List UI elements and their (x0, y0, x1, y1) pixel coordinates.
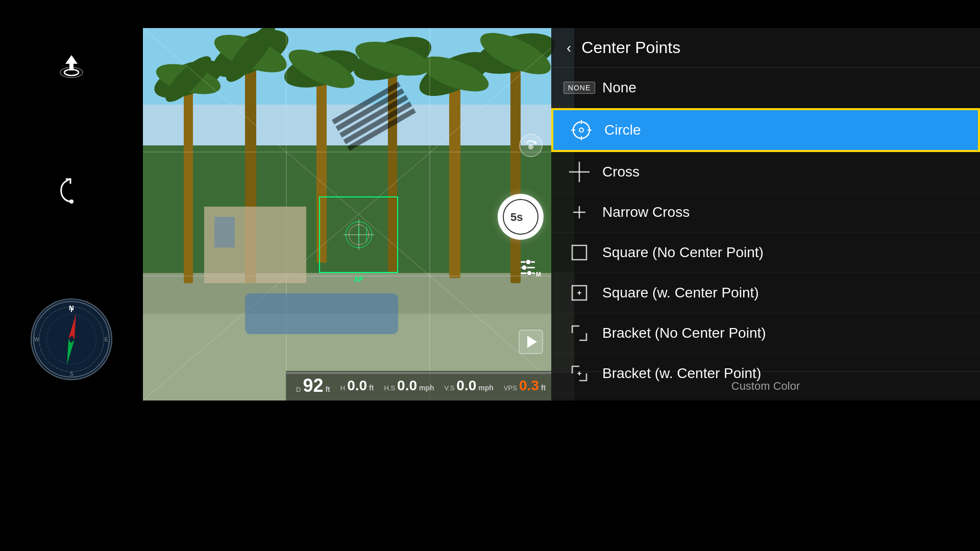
svg-rect-10 (510, 54, 521, 283)
record-button[interactable]: 5s (498, 194, 544, 240)
return-home-icon (56, 176, 87, 207)
svg-point-74 (528, 144, 533, 149)
play-icon (518, 329, 544, 355)
cross-icon (568, 161, 591, 183)
panel-header: ‹ Center Points (551, 28, 980, 68)
compass: N S W E (31, 298, 112, 380)
crosshair-vertical (358, 219, 359, 250)
play-button[interactable] (518, 329, 544, 355)
hud-distance: D 92 ft (296, 375, 330, 396)
af-tracking-box: AF (319, 196, 398, 273)
vps-unit: ft (541, 384, 546, 392)
svg-text:5s: 5s (510, 211, 523, 223)
menu-item-square-with-center[interactable]: Square (w. Center Point) (551, 273, 980, 313)
hud-overlay: D 92 ft H 0.0 ft H.S 0.0 mph V.S 0.0 mph… (286, 371, 574, 400)
hs-label: H.S (384, 384, 395, 392)
bracket-no-center-icon (568, 322, 591, 344)
narrow-cross-icon (568, 201, 591, 223)
vps-value: 0.3 (519, 378, 539, 394)
svg-point-60 (34, 302, 109, 377)
vs-value: 0.0 (456, 378, 476, 394)
svg-text:W: W (34, 336, 40, 342)
custom-color-label: Custom Color (731, 380, 800, 392)
record-button-inner: 5s (503, 199, 538, 235)
distance-unit: ft (325, 385, 330, 393)
menu-item-circle[interactable]: Circle (551, 108, 980, 152)
none-label: None (602, 80, 636, 96)
svg-rect-9 (449, 74, 460, 278)
left-controls: N S W E (0, 28, 143, 400)
bottom-bar (0, 400, 980, 551)
vs-label: V.S (445, 384, 455, 392)
back-button[interactable]: ‹ (567, 40, 571, 56)
hs-unit: mph (419, 384, 434, 392)
camera-rotate-icon (518, 133, 544, 158)
hud-hs: H.S 0.0 mph (384, 378, 434, 394)
circle-label: Circle (604, 122, 641, 138)
svg-point-80 (527, 271, 532, 276)
center-circle (349, 224, 369, 245)
cross-icon-container (567, 159, 592, 185)
camera-rotate-button[interactable] (518, 133, 544, 158)
top-bar (0, 0, 980, 28)
menu-item-bracket-no-center[interactable]: Bracket (No Center Point) (551, 313, 980, 354)
hud-vs: V.S 0.0 mph (445, 378, 494, 394)
distance-value: 92 (303, 375, 323, 396)
svg-point-78 (526, 260, 531, 265)
square-no-center-icon (568, 241, 591, 264)
square-center-icon (568, 282, 591, 304)
svg-marker-55 (65, 55, 78, 64)
narrow-cross-label: Narrow Cross (602, 204, 690, 220)
hud-height: H 0.0 ft (340, 378, 374, 394)
menu-item-none[interactable]: NONE None (551, 68, 980, 108)
bracket-no-center-label: Bracket (No Center Point) (602, 325, 766, 341)
menu-item-cross[interactable]: Cross (551, 152, 980, 192)
upload-button[interactable] (54, 48, 89, 84)
none-badge: NONE (564, 82, 595, 94)
square-center-icon-container (567, 280, 592, 306)
none-icon-container: NONE (567, 75, 592, 101)
circle-crosshair-icon (570, 119, 593, 141)
vps-label: VPS (504, 384, 517, 392)
record-icon: 5s (508, 207, 533, 227)
svg-text:E: E (105, 336, 108, 342)
square-no-center-icon-container (567, 240, 592, 265)
narrow-cross-icon-container (567, 199, 592, 225)
square-no-center-label: Square (No Center Point) (602, 244, 764, 261)
settings-icon: M (518, 255, 544, 281)
height-label: H (340, 384, 345, 392)
circle-icon-container (569, 117, 594, 143)
compass-svg: N S W E (32, 298, 111, 380)
menu-item-square-no-center[interactable]: Square (No Center Point) (551, 233, 980, 273)
settings-button[interactable]: M (518, 255, 544, 281)
svg-text:M: M (536, 271, 541, 278)
height-unit: ft (369, 384, 374, 392)
upload-icon (56, 51, 87, 82)
center-points-panel: ‹ Center Points NONE None Circ (551, 28, 980, 400)
svg-point-79 (522, 265, 527, 270)
menu-item-narrow-cross[interactable]: Narrow Cross (551, 192, 980, 233)
svg-point-39 (573, 122, 590, 138)
svg-text:S: S (69, 371, 73, 377)
svg-rect-38 (245, 293, 398, 334)
svg-rect-5 (184, 79, 193, 283)
distance-label: D (296, 386, 301, 393)
cross-label: Cross (602, 164, 640, 180)
vs-unit: mph (478, 384, 494, 392)
crosshair-horizontal (344, 235, 374, 235)
svg-rect-49 (572, 245, 586, 260)
square-with-center-label: Square (w. Center Point) (602, 285, 759, 301)
height-value: 0.0 (347, 378, 367, 394)
svg-point-40 (579, 128, 583, 132)
panel-title: Center Points (581, 38, 680, 57)
return-home-button[interactable] (54, 173, 89, 209)
hud-vps: VPS 0.3 ft (504, 378, 546, 394)
af-label: AF (354, 275, 363, 283)
bracket-no-center-icon-container (567, 320, 592, 346)
svg-point-59 (69, 199, 74, 204)
hs-value: 0.0 (397, 378, 417, 394)
custom-color-bar[interactable]: Custom Color (551, 371, 980, 400)
center-points-list: NONE None Circle (551, 68, 980, 394)
svg-rect-37 (214, 217, 235, 247)
